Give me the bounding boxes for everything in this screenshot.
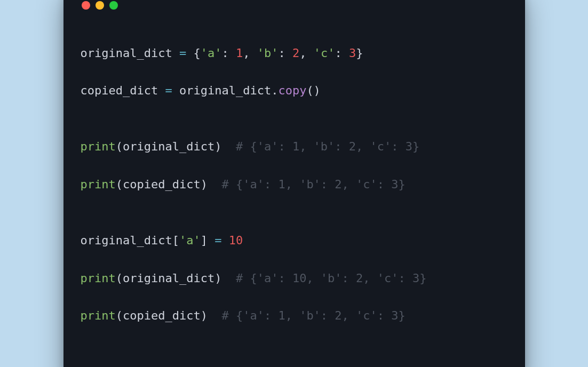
builtin-print: print bbox=[81, 178, 116, 191]
builtin-print: print bbox=[81, 272, 116, 285]
editor-window: original_dict = {'a': 1, 'b': 2, 'c': 3}… bbox=[63, 0, 525, 367]
punct-dot: . bbox=[271, 84, 278, 97]
identifier: original_dict bbox=[123, 272, 214, 285]
identifier: original_dict bbox=[123, 140, 214, 153]
operator-assign: = bbox=[158, 84, 179, 97]
identifier: copied_dict bbox=[123, 309, 201, 322]
punct-colon: : bbox=[221, 46, 236, 60]
method-call: copy bbox=[278, 84, 306, 97]
spacer bbox=[221, 140, 236, 153]
punct-colon: : bbox=[335, 46, 349, 60]
window-maximize-icon[interactable] bbox=[109, 1, 118, 10]
code-line-4: print(original_dict) # {'a': 1, 'b': 2, … bbox=[81, 137, 508, 156]
spacer bbox=[208, 309, 222, 322]
number-literal: 2 bbox=[292, 46, 299, 60]
number-literal: 10 bbox=[229, 234, 243, 247]
identifier: original_dict bbox=[81, 234, 172, 247]
identifier: copied_dict bbox=[123, 178, 201, 191]
traffic-lights bbox=[81, 1, 508, 10]
string-literal: 'c' bbox=[314, 46, 335, 60]
code-line-7: original_dict['a'] = 10 bbox=[81, 231, 508, 250]
punct-comma: , bbox=[299, 46, 314, 60]
punct-bracket-close: ] bbox=[201, 234, 208, 247]
punct-paren-close: ) bbox=[201, 178, 208, 191]
punct-comma: , bbox=[243, 46, 257, 60]
comment: # {'a': 1, 'b': 2, 'c': 3} bbox=[221, 309, 405, 322]
operator-assign: = bbox=[172, 46, 194, 60]
code-line-2: copied_dict = original_dict.copy() bbox=[81, 81, 508, 100]
string-literal: 'a' bbox=[201, 46, 222, 60]
code-block: original_dict = {'a': 1, 'b': 2, 'c': 3}… bbox=[81, 25, 508, 362]
punct-paren-open: ( bbox=[116, 140, 123, 153]
brace-close: } bbox=[356, 46, 363, 60]
window-minimize-icon[interactable] bbox=[96, 1, 104, 10]
string-literal: 'a' bbox=[179, 234, 201, 247]
punct-bracket-open: [ bbox=[172, 234, 179, 247]
comment: # {'a': 1, 'b': 2, 'c': 3} bbox=[236, 140, 419, 153]
punct-paren-close: ) bbox=[214, 272, 221, 285]
punct-paren-close: ) bbox=[214, 140, 221, 153]
code-line-1: original_dict = {'a': 1, 'b': 2, 'c': 3} bbox=[81, 44, 508, 62]
identifier: copied_dict bbox=[81, 84, 158, 97]
string-literal: 'b' bbox=[257, 46, 279, 60]
number-literal: 1 bbox=[236, 46, 243, 60]
builtin-print: print bbox=[81, 309, 116, 322]
code-line-5: print(copied_dict) # {'a': 1, 'b': 2, 'c… bbox=[81, 175, 508, 194]
punct-paren-open: ( bbox=[116, 272, 123, 285]
punct-paren-open: ( bbox=[116, 178, 123, 191]
spacer bbox=[221, 272, 236, 285]
code-line-8: print(original_dict) # {'a': 10, 'b': 2,… bbox=[81, 269, 508, 288]
identifier: original_dict bbox=[81, 46, 172, 60]
window-close-icon[interactable] bbox=[82, 1, 90, 10]
number-literal: 3 bbox=[349, 46, 356, 60]
comment: # {'a': 1, 'b': 2, 'c': 3} bbox=[221, 178, 405, 191]
brace-open: { bbox=[193, 46, 200, 60]
punct-colon: : bbox=[278, 46, 292, 60]
code-line-9: print(copied_dict) # {'a': 1, 'b': 2, 'c… bbox=[81, 306, 508, 325]
operator-assign: = bbox=[208, 234, 229, 247]
punct-paren-close: ) bbox=[201, 309, 208, 322]
punct-paren-open: ( bbox=[116, 309, 123, 322]
punct-parens: () bbox=[306, 84, 321, 97]
builtin-print: print bbox=[81, 140, 116, 153]
spacer bbox=[208, 178, 222, 191]
identifier: original_dict bbox=[179, 84, 271, 97]
comment: # {'a': 10, 'b': 2, 'c': 3} bbox=[236, 272, 427, 285]
